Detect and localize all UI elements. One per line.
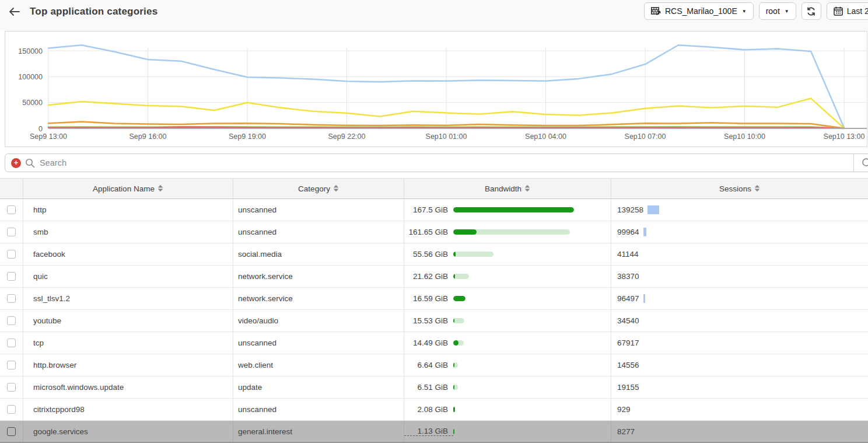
sessions-cell: 8277 (611, 421, 868, 442)
bandwidth-bar (453, 362, 458, 368)
bandwidth-bar-fill (453, 252, 456, 257)
bandwidth-cell: 15.53 GiB (404, 310, 611, 332)
x-axis-tick-label: Sep10 13:00 (824, 132, 865, 141)
app-name-cell: facebook (23, 243, 233, 265)
app-name-cell: citrixtcppord98 (23, 399, 233, 420)
column-header-label: Bandwidth (485, 184, 522, 193)
row-checkbox[interactable] (7, 405, 16, 414)
category-cell: unscanned (233, 399, 404, 420)
column-header-category[interactable]: Category (233, 179, 404, 198)
device-selector-label: RCS_Marilao_100E (665, 6, 737, 16)
table-row[interactable]: microsoft.windows.updateupdate6.51 GiB19… (0, 376, 868, 399)
y-axis-tick-label: 50000 (22, 99, 43, 107)
bandwidth-bar-fill (453, 385, 454, 390)
table-row[interactable]: youtubevideo/audio15.53 GiB34540 (0, 310, 868, 332)
category-cell: update (233, 376, 404, 398)
table-row[interactable]: http.browserweb.client6.64 GiB14556 (0, 354, 868, 376)
app-name-cell: quic (23, 266, 233, 287)
top-bar: Top application categories RCS_Marilao_1… (0, 0, 868, 31)
row-checkbox[interactable] (7, 383, 16, 392)
category-cell: unscanned (233, 199, 404, 221)
app-name-cell: tcp (23, 332, 233, 354)
y-axis-tick-label: 0 (38, 125, 43, 133)
bandwidth-value: 15.53 GiB (404, 316, 453, 325)
row-select-cell (0, 243, 23, 265)
row-checkbox[interactable] (7, 427, 16, 436)
row-select-cell (0, 376, 23, 398)
sort-icon[interactable] (333, 185, 339, 192)
table-row[interactable]: google.servicesgeneral.interest1.13 GiB8… (0, 421, 868, 443)
sort-icon[interactable] (524, 185, 530, 192)
bandwidth-bar (453, 429, 454, 434)
sessions-value: 99964 (617, 228, 639, 236)
table-row[interactable]: quicnetwork.service21.62 GiB38370 (0, 266, 868, 288)
sessions-cell: 34540 (611, 310, 868, 332)
bandwidth-cell: 161.65 GiB (404, 221, 611, 243)
table-row[interactable]: facebooksocial.media55.56 GiB41144 (0, 243, 868, 266)
bandwidth-cell: 6.51 GiB (404, 376, 611, 398)
top-bar-left: Top application categories (8, 4, 158, 20)
sessions-cell: 139258 (611, 199, 868, 221)
sessions-value: 929 (617, 405, 631, 414)
table-row[interactable]: smbunscanned161.65 GiB99964 (0, 221, 868, 243)
time-range-button[interactable]: Last 24 hours (827, 2, 868, 20)
row-checkbox[interactable] (7, 272, 16, 281)
row-checkbox[interactable] (7, 205, 16, 214)
chevron-down-icon: ▼ (742, 9, 747, 14)
column-header-bandwidth[interactable]: Bandwidth (404, 179, 611, 198)
bandwidth-bar (453, 385, 458, 390)
device-selector-button[interactable]: RCS_Marilao_100E ▼ (644, 2, 754, 20)
row-checkbox[interactable] (7, 294, 16, 303)
sessions-value: 38370 (617, 272, 639, 281)
row-checkbox[interactable] (7, 228, 16, 236)
sessions-cell: 929 (611, 399, 868, 420)
sessions-cell: 19155 (611, 376, 868, 398)
sort-icon[interactable] (158, 185, 163, 192)
bandwidth-bar (453, 296, 466, 301)
bandwidth-bar (453, 407, 455, 412)
row-checkbox[interactable] (7, 339, 16, 347)
bandwidth-value: 55.56 GiB (404, 250, 453, 259)
column-header-app_name[interactable]: Application Name (23, 179, 233, 198)
top-bar-actions: RCS_Marilao_100E ▼ root ▼ Last 24 hours (644, 2, 868, 20)
row-checkbox[interactable] (7, 361, 16, 369)
x-axis-tick-label: Sep10 04:00 (525, 132, 566, 141)
row-checkbox[interactable] (7, 316, 16, 325)
table-row[interactable]: citrixtcppord98unscanned2.08 GiB929 (0, 399, 868, 421)
back-arrow-icon (9, 7, 20, 16)
table-row[interactable]: tcpunscanned14.49 GiB67917 (0, 332, 868, 354)
bandwidth-cell: 14.49 GiB (404, 332, 611, 354)
refresh-button[interactable] (802, 2, 821, 20)
bandwidth-value: 161.65 GiB (404, 228, 453, 236)
bandwidth-value: 6.64 GiB (404, 361, 453, 369)
search-submit-button[interactable] (853, 154, 868, 172)
x-axis-tick-label: Sep10 07:00 (625, 132, 666, 141)
sessions-value: 19155 (617, 383, 639, 392)
row-checkbox[interactable] (7, 250, 16, 259)
column-header-sessions[interactable]: Sessions (611, 179, 868, 198)
sessions-value: 41144 (617, 250, 639, 259)
column-header-label: Application Name (93, 184, 155, 193)
app-name-cell: smb (23, 221, 233, 243)
sessions-cell: 14556 (611, 354, 868, 376)
category-cell: unscanned (233, 332, 404, 354)
x-axis-tick-label: Sep9 19:00 (229, 132, 266, 141)
table-row[interactable]: ssl_tlsv1.2network.service16.59 GiB96497 (0, 288, 868, 310)
sessions-value: 139258 (617, 205, 643, 214)
category-cell: general.interest (233, 421, 404, 442)
x-axis-tick-label: Sep9 16:00 (130, 132, 167, 141)
user-scope-button[interactable]: root ▼ (759, 2, 796, 20)
row-select-cell (0, 221, 23, 243)
bandwidth-cell: 16.59 GiB (404, 288, 611, 309)
bandwidth-bar-fill (453, 429, 454, 434)
category-cell: social.media (233, 243, 404, 265)
sort-icon[interactable] (754, 185, 760, 192)
firewall-device-icon (651, 7, 661, 16)
search-input[interactable] (35, 158, 853, 168)
sessions-value: 8277 (617, 427, 635, 436)
bandwidth-bar-fill (453, 296, 466, 301)
sessions-cell: 99964 (611, 221, 868, 243)
add-filter-icon[interactable]: + (11, 158, 21, 168)
table-row[interactable]: httpunscanned167.5 GiB139258 (0, 199, 868, 221)
back-button[interactable] (8, 5, 21, 18)
